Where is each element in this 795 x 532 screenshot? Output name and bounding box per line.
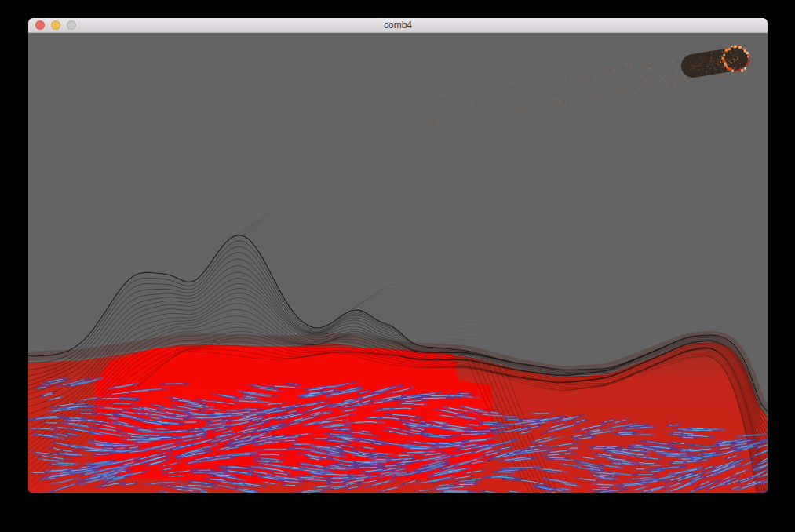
titlebar[interactable]: comb4 xyxy=(28,18,768,33)
minimize-button[interactable] xyxy=(51,20,60,30)
close-button[interactable] xyxy=(35,20,45,30)
sketch-canvas[interactable] xyxy=(28,33,768,493)
app-window: comb4 xyxy=(28,18,768,493)
window-title: comb4 xyxy=(28,18,768,32)
desktop-background: { "window": { "title": "comb4", "traffic… xyxy=(0,0,795,532)
zoom-button[interactable] xyxy=(67,20,76,30)
window-controls xyxy=(28,18,76,32)
sketch-area xyxy=(28,33,768,493)
